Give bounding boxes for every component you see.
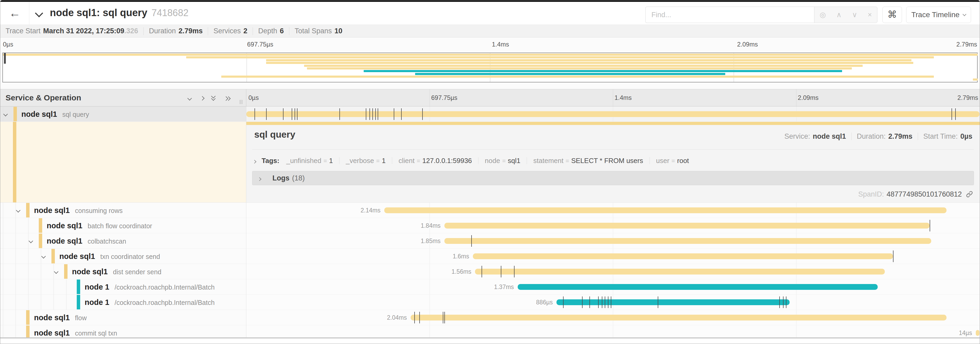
span-bar[interactable] (475, 269, 885, 275)
span-name: node sql1colbatchscan (47, 233, 126, 250)
link-icon[interactable] (966, 190, 974, 198)
span-id-label: SpanID: (858, 190, 884, 198)
span-row: node sql1commit sql txn14µs (0, 325, 980, 338)
chevron-down-icon[interactable] (16, 208, 21, 213)
service-color-stripe (51, 249, 55, 263)
ruler-tick-label: 0µs (248, 89, 259, 106)
chevron-down-icon[interactable] (41, 254, 46, 259)
summary-label: Depth (258, 27, 277, 35)
log-marker-tick (444, 312, 445, 323)
log-marker-tick (339, 108, 340, 120)
span-detail-meta: Service:node sql1Duration:2.79msStart Ti… (784, 132, 972, 141)
span-bar-row[interactable]: 1.37ms (246, 279, 980, 294)
log-marker-tick (266, 108, 267, 120)
span-bar-row[interactable]: 1.84ms (246, 218, 980, 233)
span-detail-service-stripe (13, 122, 16, 202)
chevron-down-icon[interactable] (3, 112, 8, 117)
tag-equals: = (565, 157, 569, 164)
back-button[interactable]: ← (7, 6, 22, 21)
span-tree-row[interactable]: node sql1sql query (0, 107, 246, 122)
span-tree-row[interactable]: node sql1batch flow coordinator (0, 218, 246, 233)
find-next-icon[interactable]: ∨ (852, 11, 858, 19)
span-tree-row[interactable]: node sql1commit sql txn (0, 325, 246, 338)
summary-divider (253, 27, 253, 35)
span-bar[interactable] (557, 299, 789, 305)
span-bar[interactable] (976, 330, 980, 336)
span-bar-row[interactable]: 2.14ms (246, 203, 980, 218)
column-resizer-grip[interactable] (240, 100, 243, 104)
timeline-bottom-scrollbar[interactable] (0, 338, 980, 338)
chevron-down-icon[interactable] (29, 239, 33, 243)
collapse-all-icon[interactable] (212, 94, 218, 101)
service-name: node sql1 (34, 206, 70, 214)
span-rows: sql query Service:node sql1Duration:2.79… (0, 107, 980, 338)
ruler-tick-label: 697.75µs (431, 89, 457, 106)
span-tree-row[interactable]: node sql1dist sender send (0, 264, 246, 279)
summary-label: Trace Start (6, 27, 41, 35)
service-name: node 1 (85, 283, 109, 291)
span-row: node 1/cockroach.roachpb.Internal/Batch1… (0, 279, 980, 294)
span-bar-row[interactable]: 2.04ms (246, 310, 980, 325)
span-bar[interactable] (473, 253, 893, 259)
ruler-gridline (430, 89, 430, 106)
logs-label: Logs (272, 174, 290, 182)
log-marker-tick (893, 250, 894, 262)
tags-row[interactable]: Tags:_unfinished=1_verbose=1client=127.0… (253, 152, 973, 169)
span-tree-row[interactable]: node sql1txn coordinator send (0, 249, 246, 264)
find-prev-icon[interactable]: ∧ (836, 11, 842, 19)
service-operation-title: Service & Operation (6, 89, 81, 106)
expand-all-icon[interactable] (224, 96, 230, 103)
find-clear-icon[interactable]: × (868, 11, 872, 19)
trace-view-select[interactable]: Trace Timeline (906, 6, 971, 23)
span-row: node sql1sql query (0, 107, 980, 122)
keyboard-shortcuts-button[interactable]: ⌘ (883, 6, 902, 23)
find-input[interactable] (645, 6, 814, 23)
minimap-range-handle[interactable] (4, 53, 6, 64)
chevron-down-icon[interactable] (54, 269, 59, 274)
span-bar[interactable] (444, 238, 931, 244)
start-time-meta-value: 0µs (960, 132, 972, 140)
span-bar[interactable] (246, 111, 980, 117)
span-bar-row[interactable]: 1.56ms (246, 264, 980, 279)
span-row: node sql1colbatchscan1.85ms (0, 233, 980, 249)
minimap-canvas[interactable] (2, 53, 978, 82)
log-marker-tick (605, 296, 605, 308)
locate-icon[interactable]: ◎ (820, 11, 826, 19)
log-marker-tick (563, 296, 563, 308)
span-duration-label: 1.6ms (453, 249, 469, 264)
span-tree-row[interactable]: node sql1colbatchscan (0, 233, 246, 249)
log-marker-tick (369, 108, 370, 120)
span-bar-row[interactable]: 14µs (246, 325, 980, 338)
timeline-gridline (796, 325, 797, 338)
expand-one-icon[interactable] (201, 96, 204, 101)
tree-guide-line (66, 294, 67, 310)
collapse-one-icon[interactable] (188, 96, 191, 101)
span-bar[interactable] (410, 315, 947, 320)
log-marker-tick (930, 220, 930, 232)
summary-value: 2 (243, 27, 247, 35)
span-bar[interactable] (384, 207, 947, 213)
span-detail-row: sql query Service:node sql1Duration:2.79… (0, 122, 980, 203)
timeline-ruler: 0µs697.75µs1.4ms2.09ms2.79ms (246, 89, 980, 106)
service-meta-label: Service: (784, 132, 810, 140)
span-bar-row[interactable]: 886µs (246, 294, 980, 310)
logs-expander[interactable]: Logs(18) (252, 171, 974, 185)
span-tree-row[interactable]: node 1/cockroach.roachpb.Internal/Batch (0, 294, 246, 310)
span-tree-row[interactable]: node sql1flow (0, 310, 246, 325)
span-bar[interactable] (518, 284, 878, 290)
collapse-trace-chevron-down-icon[interactable] (35, 9, 43, 17)
log-marker-tick (414, 312, 415, 323)
span-tree-row[interactable]: node sql1consuming rows (0, 203, 246, 218)
span-bar-row[interactable]: 1.85ms (246, 233, 980, 249)
tree-guide-line (41, 264, 41, 279)
span-bar-row[interactable] (246, 107, 980, 122)
minimap-span-bar (415, 73, 725, 75)
operation-name: sql query (62, 111, 89, 118)
span-row: node sql1txn coordinator send1.6ms (0, 249, 980, 264)
span-bar-row[interactable]: 1.6ms (246, 249, 980, 264)
span-tree-row[interactable]: node 1/cockroach.roachpb.Internal/Batch (0, 279, 246, 294)
tag-value: sql1 (508, 157, 520, 165)
tag-equals: = (502, 157, 506, 164)
span-bar[interactable] (444, 223, 930, 229)
service-name: node sql1 (34, 329, 70, 337)
